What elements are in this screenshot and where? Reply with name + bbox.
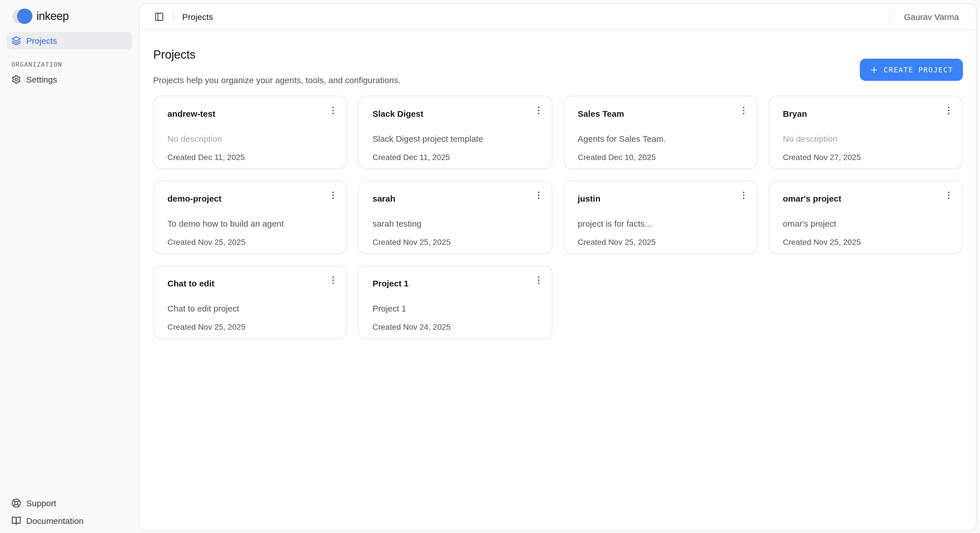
project-created-date: Created Dec 11, 2025 (167, 153, 333, 162)
sidebar: inkeep Projects ORGANIZATION Settings (0, 0, 139, 533)
project-created-date: Created Nov 25, 2025 (783, 237, 948, 247)
book-open-icon (11, 516, 21, 526)
project-name: demo-project (167, 193, 333, 204)
project-created-date: Created Nov 25, 2025 (167, 237, 333, 247)
kebab-icon (328, 275, 339, 285)
kebab-icon (943, 190, 954, 200)
kebab-icon (738, 105, 749, 116)
project-name: andrew-test (167, 108, 333, 119)
kebab-icon (533, 275, 544, 285)
project-menu-button[interactable] (325, 187, 341, 203)
project-name: sarah (373, 193, 538, 204)
project-description: project is for facts... (578, 218, 743, 229)
sidebar-item-support[interactable]: Support (7, 494, 132, 512)
project-card[interactable]: omar's project omar's project Created No… (769, 180, 963, 254)
project-menu-button[interactable] (941, 102, 957, 118)
sidebar-section-organization: ORGANIZATION (11, 61, 139, 68)
sidebar-item-projects[interactable]: Projects (7, 32, 132, 49)
inkeep-logo-icon (12, 8, 32, 24)
kebab-icon (943, 105, 954, 116)
project-description: No description (167, 133, 333, 145)
project-created-date: Created Nov 25, 2025 (373, 237, 538, 247)
gear-icon (11, 75, 21, 84)
project-description: Project 1 (373, 303, 538, 314)
project-description: sarah testing (373, 218, 538, 229)
project-description: Chat to edit project (167, 303, 333, 314)
divider (889, 12, 890, 21)
project-description: No description (783, 133, 948, 145)
sidebar-item-label: Settings (26, 75, 57, 84)
create-project-button[interactable]: CREATE PROJECT (860, 59, 963, 81)
breadcrumb: Projects (182, 12, 213, 21)
sidebar-item-documentation[interactable]: Documentation (7, 512, 132, 530)
kebab-icon (328, 190, 339, 200)
project-name: Sales Team (578, 108, 743, 119)
project-name: justin (578, 193, 743, 204)
project-card[interactable]: Slack Digest Slack Digest project templa… (358, 95, 552, 169)
sidebar-toggle-button[interactable] (151, 8, 167, 24)
project-card[interactable]: demo-project To demo how to build an age… (153, 180, 347, 254)
projects-grid: andrew-test No description Created Dec 1… (153, 95, 963, 339)
project-name: Bryan (783, 108, 948, 119)
project-card[interactable]: sarah sarah testing Created Nov 25, 2025 (358, 180, 552, 254)
project-menu-button[interactable] (941, 187, 957, 203)
project-created-date: Created Dec 10, 2025 (578, 153, 743, 162)
create-project-label: CREATE PROJECT (884, 65, 953, 74)
project-card[interactable]: Sales Team Agents for Sales Team. Create… (563, 95, 757, 169)
project-menu-button[interactable] (530, 187, 546, 203)
project-description: Slack Digest project template (373, 133, 538, 145)
project-card[interactable]: Project 1 Project 1 Created Nov 24, 2025 (358, 266, 552, 339)
page-title: Projects (153, 47, 963, 62)
divider (173, 12, 174, 21)
sidebar-item-label: Documentation (26, 516, 84, 526)
kebab-icon (738, 190, 749, 200)
project-card[interactable]: justin project is for facts... Created N… (563, 180, 757, 254)
top-bar: Projects Gaurav Varma (140, 4, 976, 30)
project-name: Slack Digest (373, 108, 538, 119)
kebab-icon (533, 190, 544, 200)
life-buoy-icon (11, 498, 21, 508)
plus-icon (870, 65, 879, 74)
layers-icon (11, 36, 21, 46)
sidebar-item-settings[interactable]: Settings (7, 71, 132, 88)
project-created-date: Created Nov 25, 2025 (578, 237, 743, 247)
project-name: Project 1 (373, 278, 538, 289)
sidebar-item-label: Support (26, 498, 56, 508)
project-name: Chat to edit (167, 278, 333, 289)
kebab-icon (533, 105, 544, 116)
project-description: To demo how to build an agent (167, 218, 333, 229)
sidebar-item-label: Projects (26, 36, 57, 46)
project-card[interactable]: Bryan No description Created Nov 27, 202… (769, 95, 963, 169)
brand-name: inkeep (37, 10, 68, 23)
project-name: omar's project (783, 193, 948, 204)
project-description: omar's project (783, 218, 948, 229)
project-card[interactable]: Chat to edit Chat to edit project Create… (153, 266, 347, 339)
project-menu-button[interactable] (325, 102, 341, 118)
brand-logo[interactable]: inkeep (0, 0, 139, 25)
project-menu-button[interactable] (530, 102, 546, 118)
project-menu-button[interactable] (736, 187, 752, 203)
project-created-date: Created Nov 25, 2025 (167, 322, 333, 331)
user-menu[interactable]: Gaurav Varma (904, 12, 959, 21)
project-description: Agents for Sales Team. (578, 133, 743, 145)
project-card[interactable]: andrew-test No description Created Dec 1… (153, 95, 347, 169)
project-menu-button[interactable] (325, 272, 341, 288)
main-panel: Projects Gaurav Varma Projects Projects … (139, 3, 977, 531)
project-menu-button[interactable] (736, 102, 752, 118)
panel-left-icon (154, 12, 164, 21)
page-subtitle: Projects help you organize your agents, … (153, 74, 963, 86)
project-menu-button[interactable] (530, 272, 546, 288)
project-created-date: Created Nov 27, 2025 (783, 153, 948, 162)
kebab-icon (328, 105, 339, 116)
project-created-date: Created Nov 24, 2025 (373, 322, 538, 331)
project-created-date: Created Dec 11, 2025 (373, 153, 538, 162)
